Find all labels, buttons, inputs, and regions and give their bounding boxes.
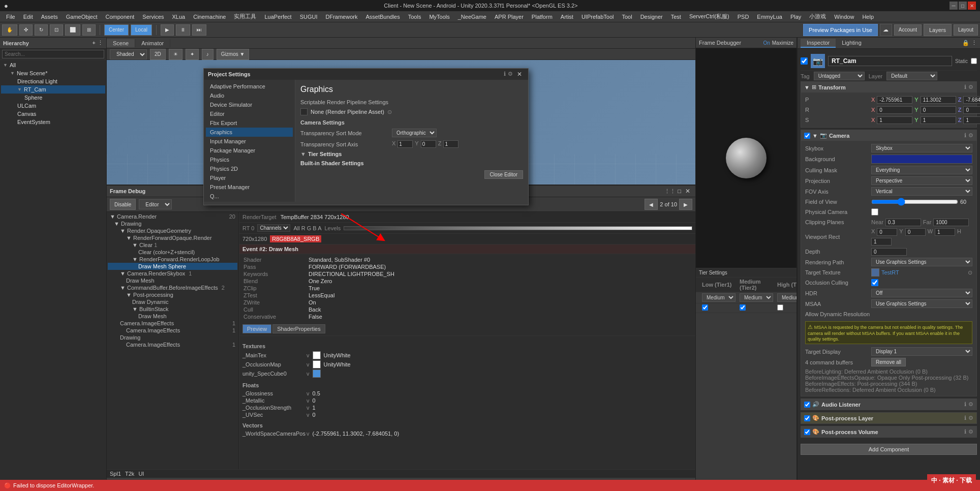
inspector-lock-icon[interactable]: 🔒 — [962, 40, 969, 46]
srp-select-icon[interactable]: ⊙ — [387, 109, 392, 115]
audio-listener-header[interactable]: 🔊 Audio Listener ℹ ⚙ — [801, 399, 976, 410]
vp-w-input[interactable] — [935, 228, 955, 236]
scene-audio-button[interactable]: ♪ — [202, 49, 213, 60]
menu-cinemachine[interactable]: Cinemachine — [189, 13, 230, 21]
ppv-settings-icon[interactable]: ⚙ — [968, 428, 973, 435]
post-process-volume-header[interactable]: 🎨 Post-process Volume ℹ ⚙ — [801, 426, 976, 437]
transform-tool-move[interactable]: ✜ — [19, 24, 33, 36]
scene-fx-button[interactable]: ✦ — [186, 49, 199, 60]
pp-settings-icon[interactable]: ⚙ — [968, 415, 973, 421]
fd-item-camera-skybox[interactable]: ▼ Camera.RenderSkybox 1 — [108, 270, 237, 277]
camera-active-check[interactable] — [804, 133, 810, 139]
fd-item-clear[interactable]: ▼ Clear 1 — [108, 241, 237, 249]
rendering-path-select[interactable]: Use Graphics Settings — [871, 258, 972, 266]
menu-play[interactable]: Play — [786, 13, 805, 21]
hierarchy-sphere-item[interactable]: Sphere — [1, 94, 105, 102]
fd-item-draw-mesh2[interactable]: Draw Mesh — [108, 313, 237, 320]
scale-z-input[interactable] — [963, 116, 980, 124]
dialog-sidebar-fbx[interactable]: Fbx Export — [206, 118, 293, 128]
transform-header[interactable]: ▼ ⊞ Transform ℹ ⚙ — [801, 82, 976, 93]
fd-item-post-processing[interactable]: ▼ Post-processing — [108, 291, 237, 298]
fovaxis-select[interactable]: Vertical — [871, 187, 972, 196]
hdr-select[interactable]: Off — [871, 289, 972, 297]
menu-component[interactable]: Component — [101, 13, 138, 21]
menu-edit[interactable]: Edit — [19, 13, 37, 21]
pos-y-input[interactable] — [921, 96, 956, 104]
dialog-sidebar-graphics[interactable]: Graphics — [206, 128, 293, 137]
tier-row1-high-select[interactable]: Medium — [777, 293, 797, 302]
hierarchy-newscene-item[interactable]: ▼ New Scene* — [1, 69, 105, 77]
fd-item-draw-mesh-sphere[interactable]: Draw Mesh Sphere — [108, 263, 237, 270]
hierarchy-menu-icon[interactable]: ⋮ — [98, 40, 103, 46]
pos-z-input[interactable] — [963, 96, 980, 104]
tier-row2-mid-check[interactable] — [740, 304, 746, 311]
menu-platform[interactable]: Platform — [528, 13, 557, 21]
fd-item-camera-imgfx3[interactable]: Camera.ImageEffects1 — [108, 341, 237, 348]
hierarchy-rtcam-item[interactable]: ▼ RT_Cam — [1, 85, 105, 94]
menu-tools[interactable]: Tools — [404, 13, 425, 21]
tab-lighting[interactable]: Lighting — [836, 39, 868, 48]
scene-gizmos-button[interactable]: Gizmos ▼ — [217, 49, 250, 60]
pause-button[interactable]: ⏸ — [176, 24, 190, 36]
axis-z-input[interactable] — [443, 140, 458, 148]
menu-neegame[interactable]: _NeeGame — [454, 13, 491, 21]
dialog-sidebar-quality[interactable]: Q... — [206, 192, 293, 201]
target-texture-select-icon[interactable]: ⊙ — [968, 269, 972, 276]
close-editor-button[interactable]: Close Editor — [484, 170, 523, 179]
menu-window[interactable]: Window — [830, 13, 858, 21]
menu-emmylua[interactable]: EmmyLua — [753, 13, 786, 21]
dialog-close-button[interactable]: ✕ — [515, 71, 524, 78]
post-process-layer-active-check[interactable] — [804, 415, 810, 421]
dialog-sidebar-adaptive[interactable]: Adaptive Performance — [206, 82, 293, 91]
object-static-checkbox[interactable] — [971, 58, 977, 64]
transform-tool-hand[interactable]: ✋ — [2, 24, 17, 36]
fd-item-camera-imgfx[interactable]: Camera.ImageEffects1 — [108, 320, 237, 327]
rot-y-input[interactable] — [921, 106, 956, 114]
minimize-button[interactable]: ─ — [950, 2, 958, 10]
target-display-select[interactable]: Display 1 — [871, 347, 972, 356]
menu-gameobject[interactable]: GameObject — [62, 13, 102, 21]
dialog-settings-icon[interactable]: ⚙ — [508, 71, 513, 78]
camera-header[interactable]: ▼ 📷 Camera ℹ ⚙ — [801, 130, 976, 141]
add-component-button[interactable]: Add Component — [801, 444, 977, 455]
culling-select[interactable]: Everything — [871, 166, 972, 174]
ppv-info-icon[interactable]: ℹ — [964, 428, 966, 435]
far-input[interactable] — [933, 219, 969, 226]
scale-y-input[interactable] — [921, 116, 956, 124]
layers-button[interactable]: Layers — [924, 24, 952, 36]
dialog-sidebar-preset[interactable]: Preset Manager — [206, 182, 293, 192]
hierarchy-dirlight-item[interactable]: Directional Light — [1, 77, 105, 85]
fd-tab-preview[interactable]: Preview — [242, 324, 271, 333]
transform-tool-combined[interactable]: ⊞ — [82, 24, 96, 36]
fd-rt0-select[interactable]: Channels — [257, 224, 290, 232]
menu-uiprefabtool[interactable]: UIPrefabTool — [577, 13, 618, 21]
post-process-layer-header[interactable]: 🎨 Post-process Layer ℹ ⚙ — [801, 413, 976, 423]
transform-info-icon[interactable]: ℹ — [964, 84, 966, 90]
scene-shading-select[interactable]: Shaded — [110, 49, 147, 59]
fd-tab-shader-props[interactable]: ShaderProperties — [272, 324, 325, 333]
fd-item-cmd-before[interactable]: ▼ CommandBuffer.BeforeImageEffects 2 — [108, 284, 237, 291]
occlusion-checkbox[interactable] — [871, 279, 878, 286]
tag-select[interactable]: Untagged — [814, 72, 865, 80]
audio-listener-active-check[interactable] — [804, 402, 810, 408]
background-color-swatch[interactable] — [871, 155, 972, 164]
camera-settings-icon[interactable]: ⚙ — [968, 132, 973, 139]
menu-apr[interactable]: APR Player — [491, 13, 528, 21]
menu-serverctrl[interactable]: ServerCtrl(私服) — [685, 12, 733, 21]
fov-slider[interactable] — [871, 198, 958, 206]
bottom-tab-t2k[interactable]: T2k — [125, 471, 134, 477]
tab-inspector[interactable]: Inspector — [801, 39, 836, 48]
tier-row2-low-check[interactable] — [702, 304, 708, 311]
remove-all-button[interactable]: Remove all — [871, 358, 906, 366]
pp-info-icon[interactable]: ℹ — [964, 415, 966, 421]
fd-item-draw-dynamic[interactable]: Draw Dynamic — [108, 298, 237, 305]
fd-maximize-btn[interactable]: Maximize — [772, 40, 793, 46]
bottom-tab-ui[interactable]: UI — [138, 471, 144, 477]
object-active-checkbox[interactable] — [801, 57, 808, 65]
object-name-input[interactable] — [828, 56, 952, 66]
fd-item-drawing[interactable]: ▼ Drawing — [108, 220, 237, 227]
layout-button[interactable]: Layout — [954, 24, 978, 36]
pos-x-input[interactable] — [877, 96, 912, 104]
vp-y-input[interactable] — [905, 228, 926, 236]
rot-z-input[interactable] — [963, 106, 980, 114]
